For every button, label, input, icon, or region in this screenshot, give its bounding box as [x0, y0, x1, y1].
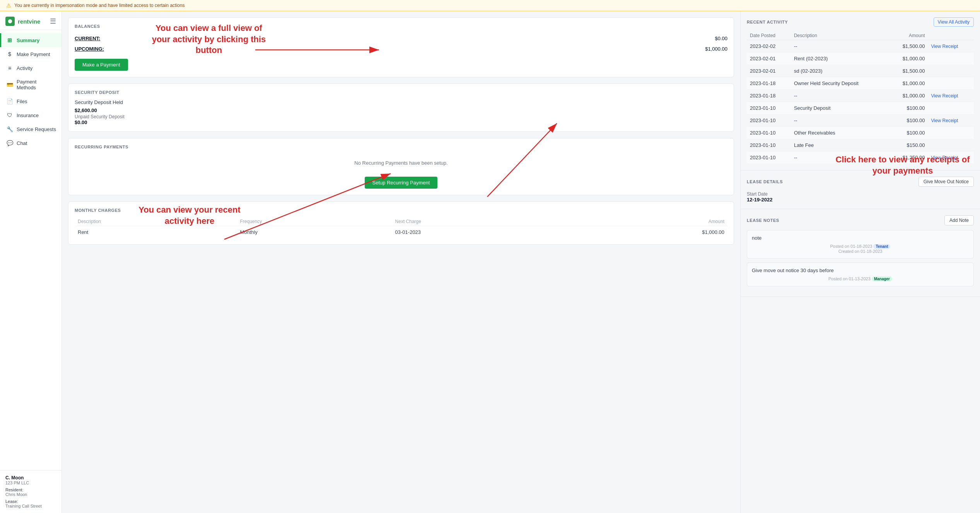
activity-amount: $1,000.00: [889, 53, 928, 65]
activity-description: sd (02-2023): [791, 65, 889, 77]
upcoming-label: UPCOMING:: [75, 46, 104, 52]
upcoming-amount: $1,000.00: [705, 46, 727, 52]
recurring-payments-card: RECURRING PAYMENTS No Recurring Payments…: [68, 138, 734, 195]
hamburger-menu[interactable]: ☰: [50, 17, 56, 26]
add-note-button[interactable]: Add Note: [944, 215, 974, 225]
lease-details-title: LEASE DETAILS: [747, 179, 783, 184]
start-date-value: 12-19-2022: [747, 197, 773, 203]
activity-amount: $1,250.00: [889, 152, 928, 164]
upcoming-balance-row: UPCOMING: $1,000.00: [75, 44, 727, 54]
current-amount: $0.00: [715, 36, 727, 41]
logo-text: rentvine: [18, 18, 40, 25]
security-unpaid-amount: $0.00: [75, 119, 727, 125]
user-company: 123 PM LLC: [5, 481, 56, 485]
lease-notes-header: LEASE NOTES Add Note: [747, 215, 974, 225]
right-panel: RECENT ACTIVITY View All Activity Date P…: [740, 11, 980, 513]
receipt-cell[interactable]: View Receipt: [928, 40, 974, 53]
user-name: C. Moon: [5, 475, 56, 481]
receipt-cell[interactable]: View Receipt: [928, 90, 974, 102]
activity-date: 2023-02-02: [747, 40, 791, 53]
sidebar-item-chat[interactable]: 💬 Chat: [0, 136, 61, 150]
sidebar-label-files: Files: [17, 99, 27, 104]
activity-amount: $1,000.00: [889, 77, 928, 90]
activity-row: 2023-02-01 Rent (02-2023) $1,000.00: [747, 53, 974, 65]
activity-description: --: [791, 90, 889, 102]
activity-description: Rent (02-2023): [791, 53, 889, 65]
activity-date: 2023-01-10: [747, 139, 791, 152]
user-lease: Lease: Training Call Street: [5, 499, 56, 508]
note-card: Give move out notice 30 days before Post…: [747, 262, 974, 286]
view-receipt-link[interactable]: View Receipt: [931, 44, 958, 49]
security-deposit-title: SECURITY DEPOSIT: [75, 90, 727, 95]
lease-notes-section: LEASE NOTES Add Note note Posted on 01-1…: [741, 209, 980, 297]
sidebar-item-activity[interactable]: ≡ Activity: [0, 61, 61, 75]
receipt-cell: [928, 65, 974, 77]
sidebar-item-payment-methods[interactable]: 💳 Payment Methods: [0, 75, 61, 94]
view-all-activity-link[interactable]: View All Activity: [934, 17, 974, 27]
sidebar-label-insurance: Insurance: [17, 112, 39, 118]
activity-amount: $100.00: [889, 102, 928, 114]
activity-description: Late Fee: [791, 139, 889, 152]
payment-methods-icon: 💳: [7, 82, 13, 88]
sidebar-item-summary[interactable]: ⊞ Summary: [0, 33, 61, 47]
charges-col-next-charge: Next Charge: [392, 217, 570, 226]
activity-description: --: [791, 114, 889, 127]
activity-row: 2023-01-10 -- $100.00 View Receipt: [747, 114, 974, 127]
view-receipt-link[interactable]: View Receipt: [931, 118, 958, 123]
note-meta: Posted on 01-18-2023 Tenant Created on 0…: [752, 244, 969, 254]
activity-col-receipt: [928, 31, 974, 40]
note-badge: Tenant: [873, 244, 890, 249]
charges-col-description: Description: [75, 217, 237, 226]
sidebar-item-service-requests[interactable]: 🔧 Service Requests: [0, 122, 61, 136]
receipt-cell[interactable]: View Receipt: [928, 152, 974, 164]
sidebar-item-make-payment[interactable]: $ Make Payment: [0, 47, 61, 61]
activity-amount: $1,000.00: [889, 90, 928, 102]
activity-col-amount: Amount: [889, 31, 928, 40]
security-unpaid-label: Unpaid Security Deposit: [75, 114, 727, 119]
activity-row: 2023-02-01 sd (02-2023) $1,500.00: [747, 65, 974, 77]
note-card: note Posted on 01-18-2023 Tenant Created…: [747, 230, 974, 259]
receipt-cell: [928, 77, 974, 90]
receipt-cell[interactable]: View Receipt: [928, 114, 974, 127]
view-receipt-link[interactable]: View Receipt: [931, 155, 958, 160]
sidebar: rentvine ☰ ⊞ Summary $ Make Payment ≡ Ac…: [0, 11, 62, 513]
sidebar-footer: C. Moon 123 PM LLC Resident: Chris Moon …: [0, 470, 61, 513]
banner-text: You are currently in impersonation mode …: [14, 3, 184, 8]
activity-row: 2023-01-18 -- $1,000.00 View Receipt: [747, 90, 974, 102]
setup-recurring-button[interactable]: Setup Recurring Payment: [365, 177, 438, 189]
move-out-notice-button[interactable]: Give Move Out Notice: [919, 177, 974, 187]
sidebar-label-chat: Chat: [17, 140, 27, 146]
make-payment-button[interactable]: Make a Payment: [75, 59, 128, 71]
sidebar-label-make-payment: Make Payment: [17, 51, 50, 57]
note-badge: Manager: [872, 276, 892, 281]
lease-details-header: LEASE DETAILS Give Move Out Notice: [747, 177, 974, 187]
activity-row: 2023-01-10 -- $1,250.00 View Receipt: [747, 152, 974, 164]
sidebar-label-payment-methods: Payment Methods: [17, 79, 56, 90]
lease-notes-title: LEASE NOTES: [747, 218, 779, 223]
receipt-cell: [928, 127, 974, 139]
activity-row: 2023-01-10 Security Deposit $100.00: [747, 102, 974, 114]
activity-amount: $150.00: [889, 139, 928, 152]
activity-row: 2023-01-18 Owner Held Security Deposit $…: [747, 77, 974, 90]
balances-card: BALANCES CURRENT: $0.00 UPCOMING: $1,000…: [68, 17, 734, 77]
monthly-charges-title: MONTHLY CHARGES: [75, 208, 727, 213]
make-payment-icon: $: [7, 51, 13, 57]
charge-frequency: Monthly: [237, 226, 392, 239]
sidebar-nav: ⊞ Summary $ Make Payment ≡ Activity 💳 Pa…: [0, 30, 61, 470]
recurring-payments-title: RECURRING PAYMENTS: [75, 145, 727, 149]
lease-details-section: LEASE DETAILS Give Move Out Notice Start…: [741, 170, 980, 209]
sidebar-item-files[interactable]: 📄 Files: [0, 94, 61, 108]
current-balance-row: CURRENT: $0.00: [75, 33, 727, 44]
warning-icon: ⚠: [6, 2, 11, 9]
sidebar-item-insurance[interactable]: 🛡 Insurance: [0, 108, 61, 122]
activity-description: Security Deposit: [791, 102, 889, 114]
activity-row: 2023-01-10 Late Fee $150.00: [747, 139, 974, 152]
view-receipt-link[interactable]: View Receipt: [931, 93, 958, 99]
notes-container: note Posted on 01-18-2023 Tenant Created…: [747, 230, 974, 286]
charge-amount: $1,000.00: [570, 226, 727, 239]
sidebar-logo: rentvine ☰: [0, 11, 61, 30]
activity-table: Date Posted Description Amount 2023-02-0…: [747, 31, 974, 164]
activity-amount: $100.00: [889, 114, 928, 127]
impersonation-banner: ⚠ You are currently in impersonation mod…: [0, 0, 980, 11]
receipt-cell: [928, 139, 974, 152]
